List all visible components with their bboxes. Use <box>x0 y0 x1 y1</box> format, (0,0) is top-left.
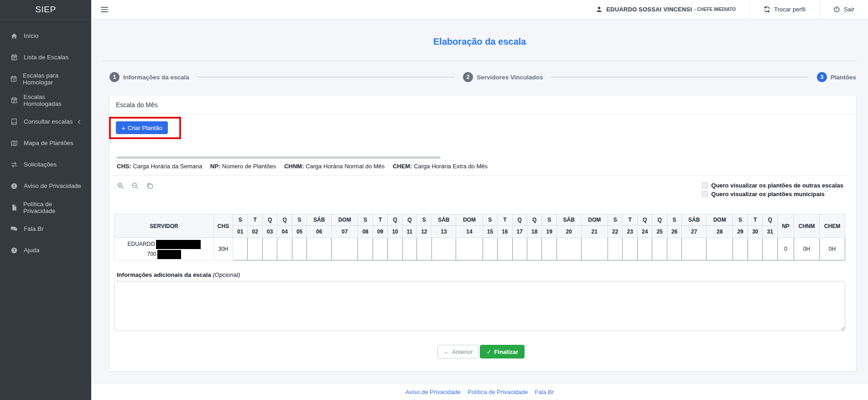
step-connector <box>551 77 808 78</box>
checkbox-outras-escalas[interactable]: Quero visualizar os plantões de outras e… <box>702 182 843 189</box>
sidebar-item-escalas-homologadas[interactable]: Escalas Homologadas <box>0 89 91 111</box>
sidebar-item-mapa-de-plantoes[interactable]: Mapa de Plantões <box>0 132 91 154</box>
checkbox-square[interactable] <box>702 191 708 197</box>
shift-cell-day-31[interactable] <box>763 238 778 260</box>
sidebar-item-politica-de-privacidade[interactable]: Política de Privacidade <box>0 197 91 218</box>
sidebar-item-aviso-de-privacidade[interactable]: Aviso de Privacidade <box>0 175 91 197</box>
sidebar-item-lista-de-escalas[interactable]: Lista de Escalas <box>0 47 91 68</box>
shift-cell-day-12[interactable] <box>417 238 431 260</box>
sidebar-item-escalas-para-homologar[interactable]: Escalas para Homologar <box>0 68 91 89</box>
day-weekday-header: Q <box>527 214 542 226</box>
notes-textarea[interactable] <box>114 281 845 331</box>
sidebar-item-fala-br[interactable]: Fala.Br <box>0 218 91 239</box>
step-label: Plantões <box>831 74 856 81</box>
shift-cell-day-13[interactable] <box>431 238 456 260</box>
svg-text:?: ? <box>13 248 16 253</box>
day-weekday-header: S <box>667 214 681 226</box>
shift-cell-day-14[interactable] <box>456 238 483 260</box>
shift-cell-day-29[interactable] <box>733 238 748 260</box>
day-weekday-header: T <box>373 214 387 226</box>
sidebar-item-label: Solicitações <box>24 161 57 168</box>
shift-cell-day-04[interactable] <box>277 238 292 260</box>
day-number-header: 15 <box>483 226 497 238</box>
shift-cell-day-21[interactable] <box>581 238 608 260</box>
shift-cell-day-01[interactable] <box>233 238 248 260</box>
shift-cell-day-08[interactable] <box>358 238 373 260</box>
sidebar-item-ajuda[interactable]: ?Ajuda <box>0 239 91 261</box>
day-weekday-header: S <box>483 214 497 226</box>
footer-link-aviso-de-privacidade[interactable]: Aviso de Privacidade <box>405 389 461 395</box>
day-number-header: 07 <box>332 226 358 238</box>
day-weekday-header: Q <box>402 214 416 226</box>
chs-column-header: CHS <box>214 214 233 238</box>
anterior-button[interactable]: ← Anterior <box>437 345 479 358</box>
comments-icon <box>10 225 19 233</box>
footer-link-fala-br[interactable]: Fala.Br <box>535 389 554 395</box>
shift-cell-day-15[interactable] <box>483 238 497 260</box>
shift-cell-day-27[interactable] <box>682 238 707 260</box>
day-number-header: 18 <box>527 226 542 238</box>
shift-cell-day-28[interactable] <box>707 238 733 260</box>
shift-cell-day-09[interactable] <box>373 238 387 260</box>
step-plantoes[interactable]: 3 Plantões <box>817 72 856 82</box>
day-weekday-header: S <box>233 214 248 226</box>
notes-label: Informações adicionais da escala (Opcion… <box>117 271 849 278</box>
table-horizontal-scrollbar[interactable] <box>117 156 441 159</box>
zoom-out-icon[interactable] <box>131 182 139 190</box>
check-icon: ✓ <box>486 348 491 355</box>
finalizar-button[interactable]: ✓ Finalizar <box>480 345 525 358</box>
sidebar-item-inicio[interactable]: Início <box>0 25 91 47</box>
shift-cell-day-17[interactable] <box>512 238 527 260</box>
shift-cell-day-23[interactable] <box>623 238 637 260</box>
sidebar-item-consultar-escalas[interactable]: Consultar escalas <box>0 111 91 132</box>
day-number-header: 16 <box>498 226 512 238</box>
step-label: Servidores Vinculados <box>477 74 543 81</box>
day-number-header: 02 <box>248 226 262 238</box>
day-weekday-header: SÁB <box>431 214 456 226</box>
checkbox-plantoes-municipais[interactable]: Quero visualizar os plantões municipais <box>702 191 825 197</box>
day-number-header: 17 <box>512 226 527 238</box>
trocar-perfil-button[interactable]: Trocar perfil <box>749 0 819 19</box>
day-weekday-header: S <box>542 214 556 226</box>
step-informacoes-da-escala[interactable]: 1 Informações da escala <box>109 72 189 82</box>
day-number-header: 23 <box>623 226 637 238</box>
shift-cell-day-10[interactable] <box>388 238 402 260</box>
day-number-header: 31 <box>763 226 778 238</box>
hamburger-menu-icon[interactable] <box>100 6 109 13</box>
day-number-header: 22 <box>608 226 622 238</box>
shift-cell-day-19[interactable] <box>542 238 556 260</box>
chnm-column-header: CHNM <box>794 214 820 238</box>
shift-cell-day-22[interactable] <box>608 238 622 260</box>
shift-cell-day-30[interactable] <box>748 238 762 260</box>
legend-text: Número de Plantões <box>222 163 276 170</box>
step-servidores-vinculados[interactable]: 2 Servidores Vinculados <box>463 72 543 82</box>
shift-cell-day-26[interactable] <box>667 238 681 260</box>
day-weekday-header: Q <box>652 214 667 226</box>
copy-icon[interactable] <box>146 182 154 190</box>
shift-cell-day-16[interactable] <box>498 238 512 260</box>
question-circle-icon: ? <box>10 247 19 254</box>
shift-cell-day-06[interactable] <box>307 238 332 260</box>
escala-do-mes-card: Escala do Mês + Criar Plantão CHS: Carga… <box>109 96 856 371</box>
shift-cell-day-18[interactable] <box>527 238 542 260</box>
zoom-in-icon[interactable] <box>117 182 125 190</box>
shift-cell-day-24[interactable] <box>637 238 652 260</box>
sidebar-item-solicitacoes[interactable]: Solicitações <box>0 154 91 175</box>
checkbox-square[interactable] <box>702 182 708 188</box>
shift-cell-day-05[interactable] <box>292 238 307 260</box>
day-weekday-header: T <box>748 214 762 226</box>
shift-cell-day-07[interactable] <box>332 238 358 260</box>
shift-cell-day-20[interactable] <box>556 238 581 260</box>
legend-abbr: CHNM: <box>284 163 304 170</box>
current-user[interactable]: EDUARDO SOSSAI VINCENSI - CHEFE IMEDIATO <box>582 0 749 19</box>
day-number-header: 11 <box>402 226 416 238</box>
shift-cell-day-25[interactable] <box>652 238 667 260</box>
footer-link-politica-de-privacidade[interactable]: Política de Privacidade <box>468 389 528 395</box>
user-icon <box>596 6 603 13</box>
criar-plantao-button[interactable]: + Criar Plantão <box>116 121 168 134</box>
sair-button[interactable]: Sair <box>819 0 868 19</box>
shift-cell-day-03[interactable] <box>262 238 277 260</box>
day-number-header: 25 <box>652 226 667 238</box>
shift-cell-day-11[interactable] <box>402 238 416 260</box>
shift-cell-day-02[interactable] <box>248 238 262 260</box>
